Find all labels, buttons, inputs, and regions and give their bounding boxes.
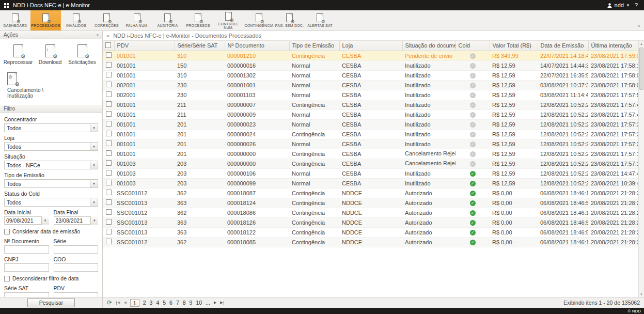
- column-header-serie-sat[interactable]: Série/Série SAT: [175, 41, 225, 51]
- table-row[interactable]: 001001201000000023NormalCESBAInutilizado…: [103, 119, 638, 129]
- previous-page-button[interactable]: ◀: [123, 301, 126, 305]
- table-row[interactable]: SSC001012362000018087ContingênciaNDDCEAu…: [103, 188, 638, 198]
- column-header-ultima-interacao[interactable]: Última interação: [588, 41, 638, 51]
- calendar-dropdown-icon[interactable]: ▼: [41, 216, 49, 225]
- page-button-10[interactable]: 10: [196, 300, 202, 306]
- app-grid-icon[interactable]: [4, 3, 9, 8]
- ribbon-tab-alertas-sat[interactable]: ⚙ALERTAS SAT: [305, 10, 335, 30]
- row-checkbox[interactable]: [106, 170, 112, 176]
- calendar-dropdown-icon[interactable]: ▼: [90, 216, 98, 225]
- collapse-sidebar-icon[interactable]: «: [106, 33, 109, 39]
- table-row[interactable]: 002001230000001103NormalCESBAInutilizado…: [103, 90, 638, 100]
- column-header-tipo-emissao[interactable]: Tipo de Emissão: [289, 41, 339, 51]
- row-checkbox[interactable]: [106, 72, 112, 77]
- table-row[interactable]: 001001211000000009NormalCESBAInutilizado…: [103, 109, 638, 119]
- row-checkbox[interactable]: [106, 180, 112, 185]
- row-checkbox[interactable]: [106, 111, 112, 117]
- row-checkbox[interactable]: [106, 121, 112, 127]
- ribbon-tab-processos[interactable]: ⚙PROCESSOS: [183, 10, 213, 30]
- column-header-cold[interactable]: Cold: [455, 41, 490, 51]
- ribbon-tab-processados[interactable]: ⚙PROCESSADOS: [30, 10, 61, 30]
- table-row[interactable]: SSC001012362000018086ContingênciaNDDCEAu…: [103, 208, 638, 217]
- column-header-num-documento[interactable]: Nº Documento: [225, 41, 289, 51]
- page-button-6[interactable]: 6: [169, 300, 172, 306]
- cnpj-input[interactable]: [4, 263, 49, 272]
- document-number-input[interactable]: [4, 245, 49, 254]
- ribbon-tab-controle-num[interactable]: ⚙CONTROLE NUM.: [213, 10, 244, 30]
- ignore-date-filter-checkbox[interactable]: [4, 276, 10, 281]
- ribbon-tab-dashboard[interactable]: ⚙DASHBOARD: [0, 10, 30, 30]
- table-row[interactable]: 001001150000000016NormalCESBAInutilizado…: [103, 60, 638, 70]
- consider-emission-date-checkbox[interactable]: [4, 229, 10, 234]
- page-button-5[interactable]: 5: [163, 300, 166, 306]
- requests-button[interactable]: ⚙ Solicitações: [66, 43, 98, 67]
- table-row[interactable]: 001001201000000000ContingênciaCESBACance…: [103, 149, 638, 159]
- row-checkbox[interactable]: [106, 239, 112, 244]
- user-menu[interactable]: ndd ▼: [607, 2, 630, 8]
- row-checkbox[interactable]: [106, 219, 112, 225]
- vertical-scrollbar[interactable]: ▲ ▼: [638, 41, 644, 297]
- concentrator-select[interactable]: Todos ▼: [4, 123, 98, 132]
- refresh-icon[interactable]: ⟳: [107, 300, 112, 306]
- serie-sat-input[interactable]: [4, 292, 49, 297]
- table-row[interactable]: 001003203000000099NormalCESBAInutilizado…: [103, 178, 638, 188]
- collapse-actions-icon[interactable]: «: [95, 34, 100, 36]
- table-row[interactable]: 002001230000001001NormalCESBAInutilizado…: [103, 80, 638, 90]
- page-button-4[interactable]: 4: [156, 300, 159, 306]
- column-header-loja[interactable]: Loja: [339, 41, 402, 51]
- next-page-button[interactable]: ▶: [214, 301, 216, 305]
- page-button-7[interactable]: 7: [176, 300, 179, 306]
- ribbon-tab-falha-num[interactable]: ⚙FALHA NUM.: [122, 10, 152, 30]
- page-button-9[interactable]: 9: [190, 300, 193, 306]
- store-select[interactable]: Todos ▼: [4, 142, 98, 151]
- last-page-button[interactable]: ▶: [220, 301, 224, 305]
- column-header-valor-total[interactable]: Valor Total (R$): [490, 41, 538, 51]
- ignore-date-filter-checkbox-row[interactable]: Desconsiderar filtro de data: [4, 275, 98, 281]
- collapse-ribbon-icon[interactable]: «: [637, 23, 640, 28]
- reprocess-button[interactable]: ⚙ Reprocessar: [2, 43, 34, 67]
- row-checkbox[interactable]: [106, 190, 112, 195]
- ribbon-tab-contingencia[interactable]: ⚙CONTINGÊNCIA: [244, 10, 274, 30]
- table-row[interactable]: 001001211000000007ContingênciaCESBAInuti…: [103, 100, 638, 109]
- table-row[interactable]: 001001201000000026NormalCESBAInutilizado…: [103, 139, 638, 149]
- row-checkbox[interactable]: [106, 160, 112, 166]
- page-button-8[interactable]: 8: [183, 300, 186, 306]
- table-row[interactable]: SSC001013363000018122ContingênciaNDDCEAu…: [103, 227, 638, 237]
- row-checkbox[interactable]: [106, 82, 112, 87]
- search-button[interactable]: Pesquisar: [27, 299, 75, 307]
- situation-select[interactable]: Todos - NFCe ▼: [4, 161, 98, 169]
- ribbon-tab-pag-sem-doc[interactable]: ⚙PAG. SEM DOC.: [274, 10, 305, 30]
- ribbon-tab-correcoes[interactable]: ⚙CORREÇÕES: [91, 10, 122, 30]
- row-checkbox[interactable]: [106, 101, 112, 107]
- help-button[interactable]: ?: [633, 2, 640, 8]
- pdv-input[interactable]: [54, 292, 99, 297]
- first-page-button[interactable]: ◀: [116, 301, 120, 305]
- column-header-situacao[interactable]: Situação do documento: [402, 41, 455, 51]
- consider-emission-date-checkbox-row[interactable]: Considerar data de emissão: [4, 228, 98, 234]
- column-header-pdv[interactable]: PDV: [114, 41, 175, 51]
- row-checkbox[interactable]: [106, 140, 112, 146]
- page-button-3[interactable]: 3: [150, 300, 153, 306]
- coo-input[interactable]: [54, 263, 99, 272]
- ribbon-tab-auditoria[interactable]: ⚙AUDITORIA: [152, 10, 183, 30]
- row-checkbox[interactable]: [106, 199, 112, 205]
- row-checkbox[interactable]: [106, 209, 112, 215]
- scroll-up-icon[interactable]: ▲: [639, 41, 644, 46]
- page-button-2[interactable]: 2: [143, 300, 146, 306]
- table-row[interactable]: 001001310000001210ContingênciaCESBAPende…: [103, 51, 638, 60]
- row-checkbox[interactable]: [106, 229, 112, 234]
- table-row[interactable]: 001003203000000106NormalCESBAInutilizado…: [103, 168, 638, 178]
- emission-type-select[interactable]: Todos ▼: [4, 179, 98, 188]
- table-row[interactable]: SSC001012362000018085ContingênciaNDDCEAu…: [103, 237, 638, 247]
- row-checkbox[interactable]: [106, 52, 112, 58]
- row-checkbox[interactable]: [106, 91, 112, 97]
- table-row[interactable]: 001001201000000024ContingênciaCESBAInuti…: [103, 129, 638, 139]
- scroll-down-icon[interactable]: ▼: [639, 291, 644, 297]
- table-row[interactable]: SSC001013363000018124ContingênciaNDDCEAu…: [103, 198, 638, 208]
- table-row[interactable]: SSC001013363000018126ContingênciaNDDCEAu…: [103, 217, 638, 227]
- scrollbar-thumb[interactable]: [639, 48, 643, 90]
- ribbon-tab-invalidos[interactable]: ⚙INVÁLIDOS: [61, 10, 91, 30]
- table-row[interactable]: 001001310000001302NormalCESBAInutilizado…: [103, 70, 638, 80]
- page-button-1[interactable]: 1: [130, 299, 139, 307]
- select-all-checkbox[interactable]: [105, 42, 111, 48]
